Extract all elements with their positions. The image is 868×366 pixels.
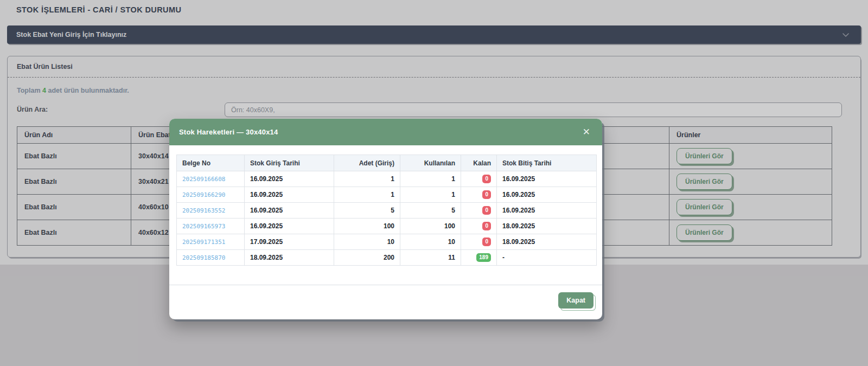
cell-kullanilan: 1: [400, 171, 461, 187]
cell-kullanilan: 5: [400, 203, 461, 219]
movement-row: 202509166290 16.09.2025 1 1 0 16.09.2025: [177, 187, 597, 203]
cell-adet: 1: [334, 171, 400, 187]
movement-row: 202509171351 17.09.2025 10 10 0 18.09.20…: [177, 234, 597, 250]
close-icon[interactable]: ✕: [580, 126, 592, 138]
modal-footer: Kapat: [169, 285, 602, 319]
cell-giris-tarihi: 16.09.2025: [245, 219, 334, 234]
kalan-badge: 0: [482, 175, 491, 183]
movement-row: 202509165973 16.09.2025 100 100 0 18.09.…: [177, 219, 597, 234]
cell-giris-tarihi: 16.09.2025: [245, 171, 334, 187]
belge-no-link[interactable]: 202509166608: [177, 171, 245, 187]
cell-adet: 5: [334, 203, 400, 219]
col-header-kullanilan: Kullanılan: [400, 155, 461, 171]
kalan-badge: 189: [476, 253, 491, 262]
cell-bitis-tarihi: 16.09.2025: [497, 187, 597, 203]
belge-no-link[interactable]: 202509185870: [177, 250, 245, 266]
movement-row: 202509185870 18.09.2025 200 11 189 -: [177, 250, 597, 266]
kalan-badge: 0: [482, 237, 491, 246]
col-header-stok-giris: Stok Giriş Tarihi: [245, 155, 334, 171]
belge-no-link[interactable]: 202509163552: [177, 203, 245, 219]
cell-adet: 200: [334, 250, 400, 266]
cell-bitis-tarihi: -: [497, 250, 597, 266]
cell-adet: 1: [334, 187, 400, 203]
kalan-badge: 0: [482, 206, 491, 215]
kalan-badge: 0: [482, 190, 491, 199]
modal-title: Stok Hareketleri — 30x40x14: [179, 128, 278, 136]
modal-body: Belge No Stok Giriş Tarihi Adet (Giriş) …: [169, 145, 602, 266]
col-header-belge-no: Belge No: [177, 155, 245, 171]
belge-no-link[interactable]: 202509166290: [177, 187, 245, 203]
cell-giris-tarihi: 17.09.2025: [245, 234, 334, 250]
cell-bitis-tarihi: 18.09.2025: [497, 234, 597, 250]
cell-kullanilan: 100: [400, 219, 461, 234]
cell-adet: 100: [334, 219, 400, 234]
movement-row: 202509163552 16.09.2025 5 5 0 16.09.2025: [177, 203, 597, 219]
col-header-stok-bitis: Stok Bitiş Tarihi: [497, 155, 597, 171]
cell-giris-tarihi: 16.09.2025: [245, 187, 334, 203]
belge-no-link[interactable]: 202509171351: [177, 234, 245, 250]
cell-bitis-tarihi: 16.09.2025: [497, 171, 597, 187]
stock-movements-table: Belge No Stok Giriş Tarihi Adet (Giriş) …: [176, 155, 597, 266]
modal-table-header-row: Belge No Stok Giriş Tarihi Adet (Giriş) …: [177, 155, 597, 171]
modal-header: Stok Hareketleri — 30x40x14 ✕: [169, 119, 602, 145]
cell-kullanilan: 10: [400, 234, 461, 250]
movement-row: 202509166608 16.09.2025 1 1 0 16.09.2025: [177, 171, 597, 187]
col-header-adet: Adet (Giriş): [334, 155, 400, 171]
cell-giris-tarihi: 18.09.2025: [245, 250, 334, 266]
cell-kullanilan: 11: [400, 250, 461, 266]
close-modal-button[interactable]: Kapat: [558, 292, 593, 309]
app-canvas: STOK İŞLEMLERİ - CARİ / STOK DURUMU Stok…: [0, 0, 868, 366]
stock-movements-modal: Stok Hareketleri — 30x40x14 ✕ Belge No S…: [169, 119, 602, 319]
cell-bitis-tarihi: 18.09.2025: [497, 219, 597, 234]
kalan-badge: 0: [482, 222, 491, 230]
belge-no-link[interactable]: 202509165973: [177, 219, 245, 234]
cell-bitis-tarihi: 16.09.2025: [497, 203, 597, 219]
cell-giris-tarihi: 16.09.2025: [245, 203, 334, 219]
col-header-kalan: Kalan: [461, 155, 497, 171]
cell-kullanilan: 1: [400, 187, 461, 203]
cell-adet: 10: [334, 234, 400, 250]
